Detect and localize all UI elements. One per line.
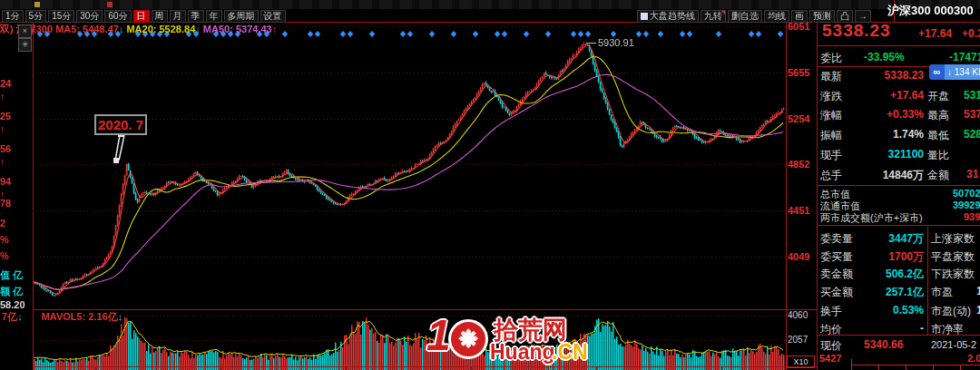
price-change: +17.64 [918, 27, 952, 40]
up-arrow-icon: ↑ [272, 24, 278, 34]
watermark-tld: .CN [552, 340, 588, 365]
period-toolbar: 1分5分15分30分60分日周月季年多周期设置 [2, 10, 286, 23]
quote-value: 939 [964, 211, 980, 222]
watermark-host: Huang [490, 340, 555, 365]
menu-icon-fragment [107, 2, 113, 7]
down-arrow-icon: ↓ [195, 24, 201, 34]
speed-text: 134 KB/s [955, 67, 980, 77]
period-button-月[interactable]: 月 [170, 10, 186, 23]
divider [817, 45, 980, 46]
quote-label: 两市成交额(沪市+深市) [820, 211, 923, 225]
peak-callout-line [586, 43, 596, 44]
quote-label: 平盘家数 [931, 249, 975, 265]
period-button-多周期[interactable]: 多周期 [224, 10, 259, 23]
down-arrow-icon: ↓ [17, 311, 23, 322]
peak-price-label: 5930.91 [598, 37, 634, 48]
cropped-text-fragment: 24 [0, 78, 11, 89]
quote-value: +17.64 [817, 89, 924, 102]
tool-button-6[interactable]: 凸 [837, 10, 853, 23]
now-price-label: 现价 [820, 338, 842, 354]
weibi-value: -33.95% [864, 51, 905, 63]
axis-left-border [786, 23, 787, 370]
volume-left-fragment: 7亿 [2, 311, 17, 322]
legend-prefix: 双) [0, 24, 14, 34]
annotation-text-box[interactable]: 2020. 7 [94, 114, 147, 135]
quote-value-fragment: 531 [964, 89, 980, 102]
quote-label: 市盈 [931, 285, 953, 300]
date-label: 2021-05-2 [931, 339, 976, 350]
cropped-text-fragment: 额 亿 [0, 285, 23, 298]
quote-value: 50702 [953, 188, 980, 199]
last-price: 5338.23 [822, 21, 891, 41]
quote-value: - [817, 322, 924, 335]
symbol-title: 沪深300 000300 [887, 3, 980, 19]
cropped-text-fragment: 值 亿 [0, 268, 23, 282]
network-speed-badge[interactable]: ∞ ↓ 134 KB/s [929, 64, 980, 80]
quote-value-fragment: 31 [966, 168, 978, 180]
quote-panel: 5338.23 +17.64 +0.3 委比 -33.95% -17471 最新… [817, 0, 980, 370]
quote-label: 下跌家数 [931, 267, 975, 282]
weicha-value: -17471 [949, 51, 980, 63]
mini-chart-right-label: 2.0 [967, 353, 980, 364]
mini-chart-tick [878, 365, 879, 370]
watermark: 1 ✳ 拾荒网 Huang .CN [419, 312, 619, 368]
cropped-text-fragment: ↑ [0, 91, 5, 102]
period-button-30分[interactable]: 30分 [76, 10, 103, 23]
tool-button-5[interactable]: 预测 [809, 10, 835, 23]
cropped-text-fragment: ↑ [0, 123, 5, 134]
settings-gear-icon[interactable]: ✳ [18, 38, 32, 52]
tool-button-1[interactable]: 九转 [701, 10, 726, 23]
quote-value-fragment: 1 [976, 285, 980, 297]
quote-value: 321100 [817, 148, 924, 161]
quote-label: 上涨家数 [931, 231, 975, 247]
divider [817, 335, 980, 336]
quote-value: 0.53% [817, 304, 924, 316]
watermark-gear-icon: ✳ [448, 319, 488, 359]
watermark-number: 1 [426, 312, 451, 359]
period-button-设置[interactable]: 设置 [260, 10, 286, 23]
cropped-text-fragment: 2 [0, 218, 5, 229]
cropped-text-fragment: 56 [0, 143, 11, 154]
period-button-日[interactable]: 日 [133, 10, 150, 23]
ma20-legend: MA20: 5528.84 [126, 24, 195, 34]
ma5-legend: MA5: 5448.47 [55, 24, 119, 34]
mini-chart-left-label: 5427 [819, 353, 841, 364]
cropped-text-fragment: 94 [0, 176, 11, 187]
quote-label: 最高 [927, 108, 949, 123]
period-button-周[interactable]: 周 [152, 10, 168, 23]
now-price-value: 5340.66 [864, 338, 903, 351]
tool-button-0[interactable]: 大盘趋势线 [637, 10, 699, 23]
period-button-5分[interactable]: 5分 [25, 10, 47, 23]
close-icon[interactable]: × [18, 24, 32, 38]
quote-label: 量比 [927, 148, 949, 163]
period-button-15分[interactable]: 15分 [48, 10, 74, 23]
checkbox-icon[interactable] [641, 13, 648, 20]
download-arrow-icon: ↓ [947, 67, 952, 77]
quote-label: 开盘 [927, 89, 949, 104]
ma-legend: 双) 沪深300 MA5: 5448.47↓ MA20: 5528.84↓ MA… [0, 23, 277, 36]
tool-button-3[interactable]: 均线 [764, 10, 789, 23]
cropped-text-fragment: % [0, 234, 9, 245]
mini-chart-tick [960, 365, 961, 370]
mini-chart-tick [933, 365, 934, 370]
tool-button-2[interactable]: 删自选 [728, 10, 762, 23]
quote-value-fragment: 528 [964, 128, 980, 141]
chart-tools-toolbar: 大盘趋势线九转删自选均线画预测凸→ [637, 10, 871, 23]
period-button-1分[interactable]: 1分 [2, 10, 24, 23]
cropped-text-fragment: ↑ [0, 156, 5, 167]
ma50-legend: MA50: 5374.43 [203, 24, 272, 34]
column-divider [927, 227, 928, 335]
tool-button-4[interactable]: 画 [791, 10, 808, 23]
cropped-text-fragment: % [0, 250, 9, 261]
period-button-60分[interactable]: 60分 [104, 10, 131, 23]
quote-value-fragment: 1 [976, 304, 980, 316]
cropped-text-fragment: 78 [0, 198, 11, 209]
stock-app-window: { "window": {"title": "沪深300 000300"}, "… [0, 0, 980, 370]
period-button-季[interactable]: 季 [188, 10, 204, 23]
cropped-text-fragment: 25 [0, 111, 11, 122]
quote-value: 14846万 [817, 168, 924, 183]
tool-button-7[interactable]: → [855, 10, 871, 23]
menu-icon-fragment [34, 2, 40, 7]
divider [817, 225, 980, 226]
period-button-年[interactable]: 年 [206, 10, 222, 23]
